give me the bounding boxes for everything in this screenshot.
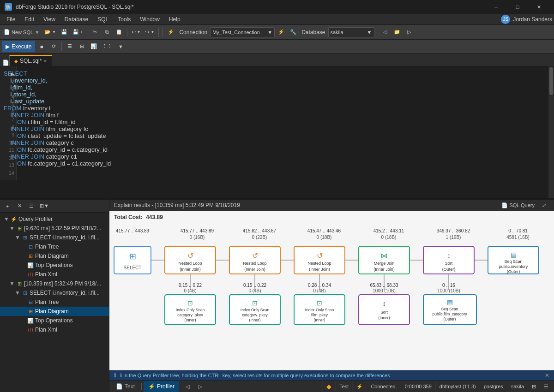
tree-expand-button[interactable]: ☰ <box>26 201 37 212</box>
status-schema: sakila <box>507 381 528 392</box>
sql-tab[interactable]: ◆ SQL.sql* ✕ <box>9 55 52 66</box>
sel2-icon: ⊞ <box>21 289 29 297</box>
tree-remove-button[interactable]: ✕ <box>14 201 25 212</box>
plantree2-label: Plan Tree <box>35 299 59 305</box>
undo-button[interactable]: ↩▼ <box>130 27 143 38</box>
tree-item-topops2[interactable]: 📊 Top Operations <box>0 316 109 325</box>
format-button[interactable]: ☰ <box>64 41 75 52</box>
new-sql-button[interactable]: 📄 New SQL ▼ <box>2 27 42 38</box>
status-grid-view[interactable]: ⊞ <box>528 381 540 392</box>
separator1 <box>87 28 87 37</box>
grid-btn[interactable]: ⋮⋮ <box>100 41 114 52</box>
tab-bar-icon: 📄 <box>2 59 9 66</box>
tab-next-button[interactable]: ▷ <box>195 381 206 392</box>
paste-button[interactable]: 📋 <box>114 27 125 38</box>
tree-item-topops1[interactable]: 📊 Top Operations <box>0 261 109 270</box>
editor-scrollbar[interactable] <box>548 66 554 198</box>
tab-prev-icon: ◁ <box>186 384 189 390</box>
copy-icon: ⧉ <box>105 29 109 35</box>
profile-button[interactable]: ⚡ <box>165 27 176 38</box>
sql-query-button[interactable]: 📄 SQL Query <box>500 200 536 211</box>
menu-view[interactable]: View <box>39 14 60 25</box>
expand-icon-exec2: ▼ <box>9 280 15 287</box>
nav-back-button[interactable]: ◁ <box>379 27 391 38</box>
nav-forward-button[interactable]: ▷ <box>403 27 415 38</box>
save-button[interactable]: 💾 <box>59 27 70 38</box>
tree-item-exec2[interactable]: ▼ ⊞ [10.359 ms] 5:32:49 PM 9/18/... <box>0 279 109 288</box>
tree-item-sel1[interactable]: ▼ ⊞ SELECT i.inventory_id, i.fil... <box>0 233 109 242</box>
svg-text:⊞: ⊞ <box>129 252 136 261</box>
menu-file[interactable]: File <box>2 14 20 25</box>
close-button[interactable]: ✕ <box>528 0 549 14</box>
menu-edit[interactable]: Edit <box>20 14 39 25</box>
tab-prev-button[interactable]: ◁ <box>182 381 193 392</box>
tree-add-button[interactable]: + <box>2 201 13 212</box>
notification-close-button[interactable]: ✕ <box>545 372 549 379</box>
menu-database[interactable]: Database <box>60 14 93 25</box>
connect-button[interactable]: ⚡ <box>276 27 287 38</box>
editor-content[interactable]: SELECT i.inventory_id, i.film_id, i.stor… <box>0 66 554 198</box>
execute-button[interactable]: ▶ Execute <box>2 41 35 52</box>
notification-text: ℹ In the Query Profiler tree, holding th… <box>120 373 391 379</box>
connection-dropdown[interactable]: My_Test_Connection ▼ <box>210 27 275 37</box>
copy-button[interactable]: ⧉ <box>102 27 113 38</box>
sql-query-icon: 📄 <box>501 202 508 208</box>
open-arrow: ▼ <box>52 30 56 34</box>
database-dropdown[interactable]: sakila ▼ <box>328 27 374 37</box>
tree-content: ▼ ⚡ Query Profiler ▼ ⊞ [9.620 ms] 5:32:5… <box>0 213 109 392</box>
code-line-8: ON i.film_id = f.film_id <box>4 119 550 125</box>
tree-item-planxml2[interactable]: ⟨/⟩ Plan Xml <box>0 325 109 334</box>
menu-window[interactable]: Window <box>135 14 164 25</box>
svg-text:(Inner Join): (Inner Join) <box>180 267 201 272</box>
results-title: Explain results - [10.359 ms] 5:32:49 PM… <box>114 202 240 208</box>
tab-close-button[interactable]: ✕ <box>43 59 47 64</box>
results-panel: Explain results - [10.359 ms] 5:32:49 PM… <box>109 200 554 392</box>
sql-editor[interactable]: ▶ 2 3 4 5 6 7 8 9 10 11 12 13 14 SELECT … <box>0 66 554 198</box>
redo-button[interactable]: ↪▼ <box>143 27 156 38</box>
bottom-tab-profiler[interactable]: ⚡ Profiler <box>144 381 179 392</box>
tree-item-plandiag1[interactable]: ⊞ Plan Diagram <box>0 251 109 261</box>
code-line-1: SELECT <box>4 70 550 77</box>
table-btn[interactable]: ⊞ <box>76 41 87 52</box>
stop-button[interactable]: ■ <box>36 41 47 52</box>
svg-text:Sort: Sort <box>380 310 388 315</box>
svg-text:(Inner): (Inner) <box>313 318 325 322</box>
chart-btn[interactable]: 📊 <box>88 41 99 52</box>
status-list-view[interactable]: ☰ <box>540 381 552 392</box>
total-cost-label: Total Cost: <box>114 214 143 220</box>
tree-item-plantree2[interactable]: ⊟ Plan Tree <box>0 297 109 307</box>
save-all-button[interactable]: 💾+ <box>71 27 84 38</box>
open-button[interactable]: 📂▼ <box>42 27 58 38</box>
svg-text:65.83 .. 68.33: 65.83 .. 68.33 <box>370 283 398 288</box>
menu-help[interactable]: Help <box>164 14 185 25</box>
tree-item-exec1[interactable]: ▼ ⊞ [9.620 ms] 5:32:59 PM 9/18/2... <box>0 224 109 233</box>
svg-text:(Inner): (Inner) <box>249 318 260 322</box>
tree-item-qp-root[interactable]: ▼ ⚡ Query Profiler <box>0 214 109 224</box>
svg-text:0 .. 70.81: 0 .. 70.81 <box>508 228 528 233</box>
text-tab-label: Text <box>125 383 135 390</box>
db-tools-button[interactable]: 🔧 <box>288 27 299 38</box>
topops1-icon: 📊 <box>27 261 34 269</box>
expand-results-button[interactable]: ⤢ <box>538 200 549 211</box>
cut-button[interactable]: ✂ <box>90 27 101 38</box>
refresh-button[interactable]: ⟳ <box>48 41 59 52</box>
save-all-marker: + <box>80 30 83 34</box>
menu-sql[interactable]: SQL <box>93 14 113 25</box>
plan-diagram-area[interactable]: Total Cost: 443.89 415.77 .. 443.89 <box>109 211 554 370</box>
svg-text:(Outer): (Outer) <box>444 317 456 321</box>
planxml2-icon: ⟨/⟩ <box>27 326 34 333</box>
tree-item-plandiag2[interactable]: ⊞ Plan Diagram <box>0 307 109 316</box>
more-btn[interactable]: ▼ <box>115 41 126 52</box>
database-label: Database <box>300 29 327 36</box>
nav-folder-button[interactable]: 📁 <box>391 27 403 38</box>
tree-item-planxml1[interactable]: ⟨/⟩ Plan Xml <box>0 270 109 279</box>
tree-item-plantree1[interactable]: ⊟ Plan Tree <box>0 242 109 251</box>
menu-tools[interactable]: Tools <box>113 14 135 25</box>
tree-view-button[interactable]: ⊞▼ <box>38 201 51 212</box>
exec1-label: [9.620 ms] 5:32:59 PM 9/18/2... <box>24 225 101 232</box>
sql-tab-label: SQL.sql* <box>20 58 42 64</box>
bottom-tab-text[interactable]: 📄 Text <box>111 381 139 392</box>
minimize-button[interactable]: ─ <box>486 0 507 14</box>
tree-item-sel2[interactable]: ▼ ⊞ SELECT i.inventory_id, i.fil... <box>0 288 109 297</box>
maximize-button[interactable]: □ <box>507 0 528 14</box>
